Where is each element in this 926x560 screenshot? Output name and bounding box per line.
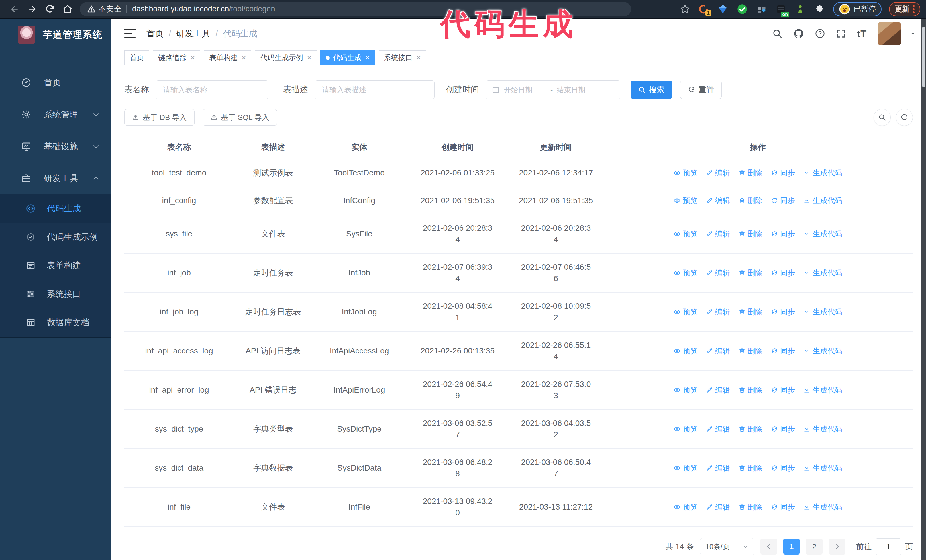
page-button-1[interactable]: 1: [783, 539, 800, 555]
edit-action[interactable]: 编辑: [706, 423, 730, 435]
table-row[interactable]: sys_dict_type 字典类型表 SysDictType 2021-03-…: [124, 410, 913, 448]
sidebar-item-codegen[interactable]: 代码生成: [0, 194, 111, 223]
update-button[interactable]: 更新: [889, 2, 920, 16]
font-size-icon[interactable]: tT: [857, 28, 867, 39]
end-date-input[interactable]: [557, 86, 599, 94]
import-sql-button[interactable]: 基于 SQL 导入: [203, 109, 277, 125]
close-icon[interactable]: ×: [191, 53, 195, 62]
extension-green-icon[interactable]: [794, 3, 806, 15]
sidebar-collapse-icon[interactable]: [124, 29, 136, 38]
generate-code-action[interactable]: 生成代码: [803, 423, 842, 435]
delete-action[interactable]: 删除: [738, 306, 763, 318]
generate-code-action[interactable]: 生成代码: [803, 462, 842, 474]
sync-action[interactable]: 同步: [771, 228, 795, 240]
table-row[interactable]: sys_dict_data 字典数据表 SysDictData 2021-03-…: [124, 448, 913, 488]
generate-code-action[interactable]: 生成代码: [803, 167, 842, 179]
table-row[interactable]: inf_file 文件表 InfFile 2021-03-13 09:43:2 …: [124, 488, 913, 527]
help-icon[interactable]: [815, 29, 825, 39]
table-row[interactable]: inf_api_error_log API 错误日志 InfApiErrorLo…: [124, 371, 913, 410]
logo[interactable]: 芋道管理系统: [0, 19, 111, 51]
preview-action[interactable]: 预览: [673, 228, 698, 240]
sidebar-item-home[interactable]: 首页: [0, 66, 111, 98]
generate-code-action[interactable]: 生成代码: [803, 501, 842, 513]
close-icon[interactable]: ×: [242, 53, 246, 62]
extensions-puzzle-icon[interactable]: [814, 3, 826, 15]
edit-action[interactable]: 编辑: [706, 306, 730, 318]
preview-action[interactable]: 预览: [673, 167, 698, 179]
browser-forward-icon[interactable]: [23, 2, 41, 17]
search-button[interactable]: 搜索: [631, 81, 672, 99]
sync-action[interactable]: 同步: [771, 345, 795, 357]
reset-button[interactable]: 重置: [680, 81, 722, 99]
sync-action[interactable]: 同步: [771, 501, 795, 513]
delete-action[interactable]: 删除: [738, 228, 763, 240]
sidebar-item-db-doc[interactable]: 数据库文档: [0, 308, 111, 337]
delete-action[interactable]: 删除: [738, 267, 763, 279]
delete-action[interactable]: 删除: [738, 423, 763, 435]
tab-home[interactable]: 首页: [124, 50, 149, 65]
sidebar-item-system-api[interactable]: 系统接口: [0, 280, 111, 308]
page-scrollbar[interactable]: [921, 19, 926, 560]
preview-action[interactable]: 预览: [673, 384, 698, 395]
header-search-icon[interactable]: [772, 29, 782, 39]
table-row[interactable]: tool_test_demo 测试示例表 ToolTestDemo 2021-0…: [124, 159, 913, 187]
table-row[interactable]: inf_job 定时任务表 InfJob 2021-02-07 06:39:3 …: [124, 254, 913, 293]
prev-page-button[interactable]: [761, 539, 777, 555]
sync-action[interactable]: 同步: [771, 167, 795, 179]
sidebar-item-system[interactable]: 系统管理: [0, 98, 111, 130]
edit-action[interactable]: 编辑: [706, 167, 730, 179]
table-row[interactable]: inf_job_log 定时任务日志表 InfJobLog 2021-02-08…: [124, 293, 913, 332]
preview-action[interactable]: 预览: [673, 423, 698, 435]
tab-trace[interactable]: 链路追踪×: [153, 50, 200, 65]
browser-home-icon[interactable]: [59, 2, 76, 17]
table-name-input[interactable]: [156, 80, 268, 99]
generate-code-action[interactable]: 生成代码: [803, 267, 842, 279]
import-db-button[interactable]: 基于 DB 导入: [124, 109, 195, 125]
close-icon[interactable]: ×: [416, 53, 421, 62]
github-icon[interactable]: [793, 28, 804, 39]
sidebar-item-devtools[interactable]: 研发工具: [0, 162, 111, 194]
tab-codegen[interactable]: 代码生成×: [320, 50, 375, 65]
preview-action[interactable]: 预览: [673, 462, 698, 474]
sync-action[interactable]: 同步: [771, 462, 795, 474]
profile-paused-pill[interactable]: 已暂停: [833, 2, 882, 16]
toggle-search-button[interactable]: [873, 109, 891, 126]
edit-action[interactable]: 编辑: [706, 384, 730, 395]
table-desc-input[interactable]: [315, 80, 434, 99]
edit-action[interactable]: 编辑: [706, 462, 730, 474]
page-button-2[interactable]: 2: [806, 539, 823, 555]
table-row[interactable]: inf_api_access_log API 访问日志表 InfApiAcces…: [124, 332, 913, 371]
edit-action[interactable]: 编辑: [706, 501, 730, 513]
browser-back-icon[interactable]: [6, 2, 23, 17]
sync-action[interactable]: 同步: [771, 306, 795, 318]
delete-action[interactable]: 删除: [738, 462, 763, 474]
edit-action[interactable]: 编辑: [706, 267, 730, 279]
sync-action[interactable]: 同步: [771, 267, 795, 279]
user-menu-caret-icon[interactable]: [909, 30, 916, 37]
breadcrumb-home[interactable]: 首页: [147, 28, 163, 39]
delete-action[interactable]: 删除: [738, 195, 763, 206]
bookmark-star-icon[interactable]: [680, 4, 690, 14]
edit-action[interactable]: 编辑: [706, 345, 730, 357]
refresh-table-button[interactable]: [896, 109, 913, 126]
browser-reload-icon[interactable]: [41, 2, 59, 17]
generate-code-action[interactable]: 生成代码: [803, 384, 842, 395]
edit-action[interactable]: 编辑: [706, 228, 730, 240]
extension-check-icon[interactable]: [736, 3, 748, 15]
scrollbar-thumb[interactable]: [922, 27, 925, 87]
close-icon[interactable]: ×: [366, 53, 370, 62]
extension-orange-icon[interactable]: 1: [698, 3, 710, 15]
generate-code-action[interactable]: 生成代码: [803, 345, 842, 357]
sync-action[interactable]: 同步: [771, 423, 795, 435]
sidebar-item-infra[interactable]: 基础设施: [0, 130, 111, 162]
close-icon[interactable]: ×: [307, 53, 311, 62]
breadcrumb-devtools[interactable]: 研发工具: [176, 28, 210, 39]
generate-code-action[interactable]: 生成代码: [803, 228, 842, 240]
preview-action[interactable]: 预览: [673, 306, 698, 318]
tab-form-builder[interactable]: 表单构建×: [204, 50, 251, 65]
page-size-select[interactable]: 10条/页: [700, 538, 754, 555]
sidebar-item-form-builder[interactable]: 表单构建: [0, 251, 111, 280]
extension-grid-icon[interactable]: [756, 3, 767, 15]
delete-action[interactable]: 删除: [738, 345, 763, 357]
goto-page-input[interactable]: [876, 538, 901, 555]
